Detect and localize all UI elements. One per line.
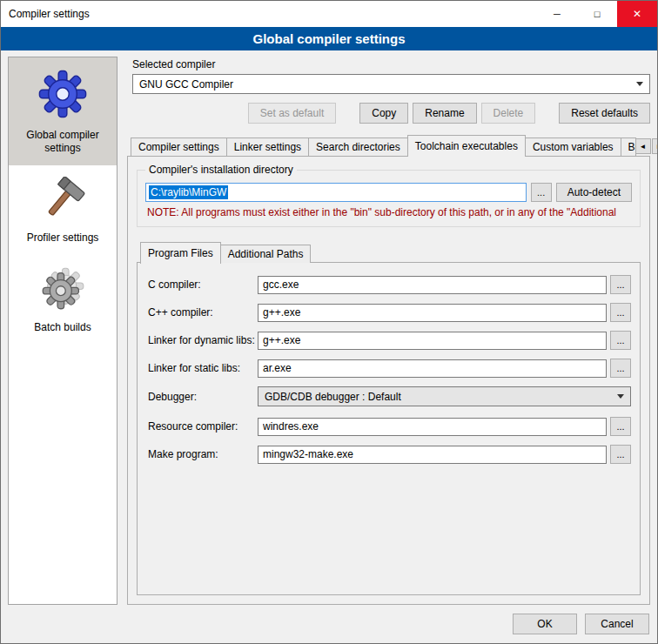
- maximize-button[interactable]: □: [577, 1, 617, 27]
- sidebar: Global compiler settings Profiler settin…: [8, 57, 118, 605]
- tab-compiler-settings[interactable]: Compiler settings: [131, 138, 227, 156]
- dialog-footer: OK Cancel: [1, 605, 657, 643]
- tab-custom-variables[interactable]: Custom variables: [525, 138, 621, 156]
- field-row-dynamic-linker: Linker for dynamic libs: ...: [146, 331, 631, 350]
- make-program-input[interactable]: [258, 446, 607, 464]
- rename-button[interactable]: Rename: [413, 103, 476, 124]
- field-label: Linker for static libs:: [146, 362, 258, 374]
- arrow-left-icon: ◄: [640, 143, 647, 151]
- tab-search-directories[interactable]: Search directories: [308, 138, 408, 156]
- static-libs-linker-input[interactable]: [258, 359, 607, 378]
- dialog-header: Global compiler settings: [1, 27, 657, 50]
- selected-compiler-label: Selected compiler: [132, 58, 650, 70]
- selected-compiler-dropdown[interactable]: GNU GCC Compiler: [132, 74, 650, 94]
- selected-text: C:\raylib\MinGW: [149, 185, 228, 199]
- cancel-button[interactable]: Cancel: [585, 614, 649, 634]
- browse-button[interactable]: ...: [610, 275, 631, 294]
- browse-button[interactable]: ...: [610, 303, 631, 322]
- cpp-compiler-input[interactable]: [258, 304, 607, 322]
- sidebar-item-label: Batch builds: [34, 321, 91, 334]
- sidebar-item-label: Profiler settings: [27, 231, 99, 245]
- auto-detect-button[interactable]: Auto-detect: [556, 183, 632, 202]
- field-row-cpp-compiler: C++ compiler: ...: [146, 303, 631, 322]
- minimize-icon: ─: [554, 9, 561, 19]
- settings-tabstrip: Compiler settings Linker settings Search…: [127, 135, 650, 156]
- field-label: Make program:: [146, 448, 258, 460]
- field-row-c-compiler: C compiler: ...: [146, 275, 631, 294]
- profiler-tool-icon: [40, 177, 85, 225]
- sidebar-item-profiler-settings[interactable]: Profiler settings: [9, 165, 117, 255]
- tab-toolchain-executables[interactable]: Toolchain executables: [407, 135, 526, 157]
- browse-button[interactable]: ...: [610, 331, 631, 350]
- tab-additional-paths[interactable]: Additional Paths: [220, 245, 312, 263]
- tab-linker-settings[interactable]: Linker settings: [226, 138, 309, 156]
- installation-directory-label: Compiler's installation directory: [145, 164, 297, 176]
- window-title: Compiler settings: [1, 8, 90, 20]
- main-content: Selected compiler GNU GCC Compiler Set a…: [127, 57, 650, 605]
- chevron-down-icon: [617, 394, 624, 399]
- installation-directory-row: C:\raylib\MinGW ... Auto-detect: [145, 183, 632, 202]
- compiler-settings-window: Compiler settings ─ □ ✕ Global compiler …: [0, 0, 658, 644]
- browse-button[interactable]: ...: [610, 445, 631, 464]
- installation-directory-input[interactable]: C:\raylib\MinGW: [145, 183, 527, 202]
- tab-program-files[interactable]: Program Files: [140, 242, 221, 264]
- browse-button[interactable]: ...: [610, 359, 631, 378]
- program-files-section: Program Files Additional Paths C compile…: [137, 242, 641, 595]
- gear-gray-icon: [40, 266, 85, 314]
- maximize-icon: □: [594, 9, 601, 19]
- selected-compiler-value: GNU GCC Compiler: [139, 78, 631, 91]
- close-button[interactable]: ✕: [617, 1, 657, 27]
- field-label: C compiler:: [146, 278, 258, 291]
- browse-directory-button[interactable]: ...: [531, 183, 552, 202]
- debugger-value: GDB/CDB debugger : Default: [265, 391, 612, 403]
- field-row-static-linker: Linker for static libs: ...: [146, 359, 631, 378]
- close-icon: ✕: [633, 8, 641, 20]
- delete-button[interactable]: Delete: [481, 103, 536, 124]
- reset-defaults-button[interactable]: Reset defaults: [559, 103, 650, 124]
- field-row-debugger: Debugger: GDB/CDB debugger : Default: [146, 386, 631, 406]
- ok-button[interactable]: OK: [513, 614, 577, 634]
- gear-blue-icon: [37, 69, 88, 122]
- resource-compiler-input[interactable]: [258, 418, 607, 436]
- browse-button[interactable]: ...: [610, 417, 631, 436]
- bin-subdirectory-note: NOTE: All programs must exist either in …: [147, 206, 632, 218]
- sidebar-item-label: Global compiler settings: [12, 129, 113, 155]
- program-files-panel: C compiler: ... C++ compiler: ... Linker…: [137, 262, 641, 595]
- dynamic-libs-linker-input[interactable]: [258, 332, 607, 350]
- field-label: C++ compiler:: [146, 306, 258, 319]
- sidebar-item-global-compiler-settings[interactable]: Global compiler settings: [9, 57, 117, 165]
- debugger-dropdown[interactable]: GDB/CDB debugger : Default: [258, 386, 631, 406]
- tab-build-options[interactable]: Build: [621, 138, 636, 156]
- field-row-resource-compiler: Resource compiler: ...: [146, 417, 631, 436]
- installation-directory-group: Compiler's installation directory C:\ray…: [137, 170, 641, 227]
- minimize-button[interactable]: ─: [537, 1, 577, 27]
- copy-button[interactable]: Copy: [359, 103, 408, 124]
- set-as-default-button[interactable]: Set as default: [248, 103, 336, 124]
- field-label: Resource compiler:: [146, 420, 258, 433]
- titlebar: Compiler settings ─ □ ✕: [1, 1, 657, 27]
- field-label: Debugger:: [146, 391, 258, 403]
- tab-scroll-arrows: ◄ ►: [635, 138, 658, 156]
- sidebar-item-batch-builds[interactable]: Batch builds: [9, 255, 117, 345]
- field-label: Linker for dynamic libs:: [146, 334, 258, 346]
- compiler-actions: Set as default Copy Rename Delete Reset …: [127, 103, 650, 124]
- window-controls: ─ □ ✕: [537, 1, 657, 27]
- field-row-make-program: Make program: ...: [146, 445, 631, 464]
- tab-scroll-left-button[interactable]: ◄: [635, 138, 651, 154]
- c-compiler-input[interactable]: [258, 276, 607, 294]
- chevron-down-icon: [636, 82, 643, 86]
- dialog-body: Global compiler settings Profiler settin…: [1, 50, 657, 605]
- tab-scroll-right-button[interactable]: ►: [652, 138, 658, 154]
- toolchain-executables-panel: Compiler's installation directory C:\ray…: [127, 156, 650, 605]
- program-tabstrip: Program Files Additional Paths: [137, 242, 641, 263]
